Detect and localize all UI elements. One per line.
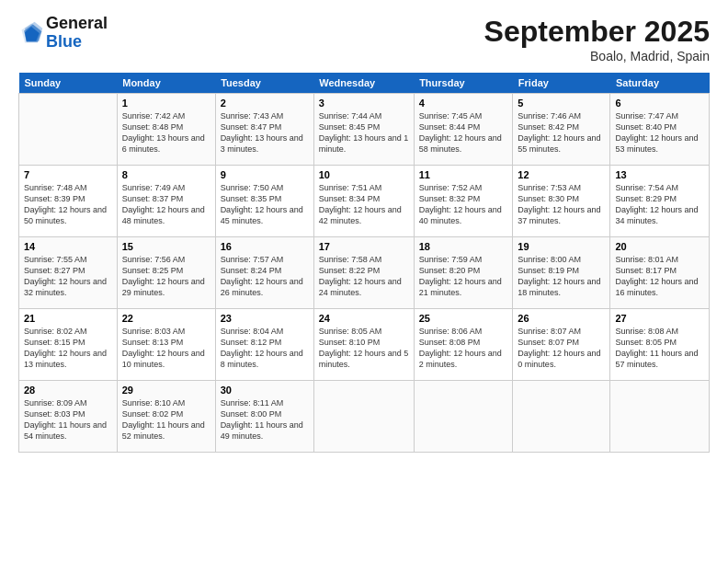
calendar-cell: 8Sunrise: 7:49 AMSunset: 8:37 PMDaylight…	[117, 166, 215, 237]
calendar-cell: 22Sunrise: 8:03 AMSunset: 8:13 PMDayligh…	[117, 309, 215, 381]
cell-info: Sunrise: 7:50 AMSunset: 8:35 PMDaylight:…	[221, 183, 303, 225]
calendar-table: Sunday Monday Tuesday Wednesday Thursday…	[18, 73, 710, 453]
calendar-cell: 12Sunrise: 7:53 AMSunset: 8:30 PMDayligh…	[513, 166, 610, 237]
calendar-cell: 9Sunrise: 7:50 AMSunset: 8:35 PMDaylight…	[215, 166, 313, 237]
cell-info: Sunrise: 7:42 AMSunset: 8:48 PMDaylight:…	[122, 111, 205, 154]
title-block: September 2025 Boalo, Madrid, Spain	[484, 15, 710, 63]
calendar-page: General Blue September 2025 Boalo, Madri…	[0, 0, 728, 563]
calendar-cell: 21Sunrise: 8:02 AMSunset: 8:15 PMDayligh…	[19, 309, 118, 381]
day-number: 29	[122, 385, 210, 396]
calendar-cell: 16Sunrise: 7:57 AMSunset: 8:24 PMDayligh…	[215, 237, 313, 309]
calendar-cell	[513, 381, 610, 453]
day-number: 22	[122, 313, 210, 324]
cell-info: Sunrise: 7:53 AMSunset: 8:30 PMDaylight:…	[518, 183, 600, 225]
calendar-cell: 20Sunrise: 8:01 AMSunset: 8:17 PMDayligh…	[610, 237, 710, 309]
calendar-week-1: 7Sunrise: 7:48 AMSunset: 8:39 PMDaylight…	[19, 166, 710, 237]
day-number: 3	[319, 98, 409, 109]
calendar-cell: 30Sunrise: 8:11 AMSunset: 8:00 PMDayligh…	[215, 381, 313, 453]
cell-info: Sunrise: 8:02 AMSunset: 8:15 PMDaylight:…	[24, 327, 107, 369]
calendar-week-4: 28Sunrise: 8:09 AMSunset: 8:03 PMDayligh…	[19, 381, 710, 453]
day-number: 18	[419, 241, 508, 252]
calendar-week-2: 14Sunrise: 7:55 AMSunset: 8:27 PMDayligh…	[19, 237, 710, 309]
cell-info: Sunrise: 8:05 AMSunset: 8:10 PMDaylight:…	[319, 327, 409, 369]
calendar-cell: 25Sunrise: 8:06 AMSunset: 8:08 PMDayligh…	[414, 309, 513, 381]
calendar-cell: 27Sunrise: 8:08 AMSunset: 8:05 PMDayligh…	[610, 309, 710, 381]
cell-info: Sunrise: 7:49 AMSunset: 8:37 PMDaylight:…	[122, 183, 205, 225]
cell-info: Sunrise: 8:03 AMSunset: 8:13 PMDaylight:…	[122, 327, 205, 369]
day-number: 10	[319, 169, 409, 180]
month-title: September 2025	[484, 15, 710, 49]
col-thursday: Thursday	[414, 73, 513, 94]
logo-text: General Blue	[46, 15, 108, 52]
cell-info: Sunrise: 8:00 AMSunset: 8:19 PMDaylight:…	[518, 255, 600, 297]
day-number: 8	[122, 169, 210, 180]
cell-info: Sunrise: 7:46 AMSunset: 8:42 PMDaylight:…	[518, 111, 600, 154]
calendar-cell: 17Sunrise: 7:58 AMSunset: 8:22 PMDayligh…	[313, 237, 414, 309]
day-number: 26	[518, 313, 605, 324]
col-wednesday: Wednesday	[313, 73, 414, 94]
cell-info: Sunrise: 8:04 AMSunset: 8:12 PMDaylight:…	[221, 327, 303, 369]
day-number: 23	[221, 313, 309, 324]
page-header: General Blue September 2025 Boalo, Madri…	[18, 15, 710, 63]
cell-info: Sunrise: 8:06 AMSunset: 8:08 PMDaylight:…	[419, 327, 502, 369]
day-number: 9	[221, 169, 309, 180]
cell-info: Sunrise: 7:57 AMSunset: 8:24 PMDaylight:…	[221, 255, 303, 297]
cell-info: Sunrise: 8:10 AMSunset: 8:02 PMDaylight:…	[122, 398, 205, 441]
day-number: 17	[319, 241, 409, 252]
calendar-cell: 18Sunrise: 7:59 AMSunset: 8:20 PMDayligh…	[414, 237, 513, 309]
day-number: 4	[419, 98, 508, 109]
day-number: 28	[24, 385, 112, 396]
header-row: Sunday Monday Tuesday Wednesday Thursday…	[19, 73, 710, 94]
day-number: 2	[221, 98, 309, 109]
calendar-cell	[414, 381, 513, 453]
col-sunday: Sunday	[19, 73, 118, 94]
day-number: 1	[122, 98, 210, 109]
cell-info: Sunrise: 7:47 AMSunset: 8:40 PMDaylight:…	[615, 111, 698, 154]
day-number: 30	[221, 385, 309, 396]
day-number: 6	[615, 98, 704, 109]
day-number: 5	[518, 98, 605, 109]
calendar-cell: 5Sunrise: 7:46 AMSunset: 8:42 PMDaylight…	[513, 94, 610, 166]
calendar-week-0: 1Sunrise: 7:42 AMSunset: 8:48 PMDaylight…	[19, 94, 710, 166]
calendar-cell: 4Sunrise: 7:45 AMSunset: 8:44 PMDaylight…	[414, 94, 513, 166]
calendar-cell: 11Sunrise: 7:52 AMSunset: 8:32 PMDayligh…	[414, 166, 513, 237]
cell-info: Sunrise: 8:07 AMSunset: 8:07 PMDaylight:…	[518, 327, 600, 369]
calendar-cell: 23Sunrise: 8:04 AMSunset: 8:12 PMDayligh…	[215, 309, 313, 381]
day-number: 16	[221, 241, 309, 252]
cell-info: Sunrise: 8:09 AMSunset: 8:03 PMDaylight:…	[24, 398, 107, 441]
calendar-cell: 26Sunrise: 8:07 AMSunset: 8:07 PMDayligh…	[513, 309, 610, 381]
day-number: 20	[615, 241, 704, 252]
cell-info: Sunrise: 7:43 AMSunset: 8:47 PMDaylight:…	[221, 111, 303, 154]
logo: General Blue	[18, 15, 108, 52]
cell-info: Sunrise: 8:11 AMSunset: 8:00 PMDaylight:…	[221, 398, 303, 441]
col-tuesday: Tuesday	[215, 73, 313, 94]
calendar-cell	[610, 381, 710, 453]
cell-info: Sunrise: 8:01 AMSunset: 8:17 PMDaylight:…	[615, 255, 698, 297]
cell-info: Sunrise: 7:59 AMSunset: 8:20 PMDaylight:…	[419, 255, 502, 297]
cell-info: Sunrise: 8:08 AMSunset: 8:05 PMDaylight:…	[615, 327, 698, 369]
logo-line2: Blue	[46, 32, 82, 51]
calendar-cell	[313, 381, 414, 453]
day-number: 27	[615, 313, 704, 324]
calendar-cell: 28Sunrise: 8:09 AMSunset: 8:03 PMDayligh…	[19, 381, 118, 453]
cell-info: Sunrise: 7:44 AMSunset: 8:45 PMDaylight:…	[319, 111, 409, 154]
cell-info: Sunrise: 7:52 AMSunset: 8:32 PMDaylight:…	[419, 183, 502, 225]
calendar-cell: 19Sunrise: 8:00 AMSunset: 8:19 PMDayligh…	[513, 237, 610, 309]
cell-info: Sunrise: 7:56 AMSunset: 8:25 PMDaylight:…	[122, 255, 205, 297]
calendar-cell: 6Sunrise: 7:47 AMSunset: 8:40 PMDaylight…	[610, 94, 710, 166]
calendar-cell: 2Sunrise: 7:43 AMSunset: 8:47 PMDaylight…	[215, 94, 313, 166]
col-monday: Monday	[117, 73, 215, 94]
col-friday: Friday	[513, 73, 610, 94]
day-number: 14	[24, 241, 112, 252]
logo-icon	[18, 20, 44, 46]
calendar-cell: 14Sunrise: 7:55 AMSunset: 8:27 PMDayligh…	[19, 237, 118, 309]
day-number: 11	[419, 169, 508, 180]
day-number: 7	[24, 169, 112, 180]
calendar-cell	[19, 94, 118, 166]
day-number: 21	[24, 313, 112, 324]
calendar-cell: 7Sunrise: 7:48 AMSunset: 8:39 PMDaylight…	[19, 166, 118, 237]
calendar-cell: 3Sunrise: 7:44 AMSunset: 8:45 PMDaylight…	[313, 94, 414, 166]
calendar-cell: 15Sunrise: 7:56 AMSunset: 8:25 PMDayligh…	[117, 237, 215, 309]
location: Boalo, Madrid, Spain	[484, 49, 710, 63]
cell-info: Sunrise: 7:45 AMSunset: 8:44 PMDaylight:…	[419, 111, 502, 154]
